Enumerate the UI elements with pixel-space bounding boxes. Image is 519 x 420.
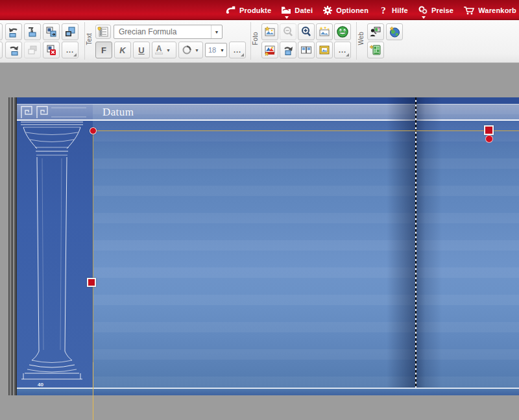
greek-column-panel [17,104,93,388]
send-to-back-icon [64,25,77,38]
photo-frame-button[interactable] [316,42,333,58]
question-icon: ? [378,5,389,16]
menu-label: Preise [431,6,453,14]
smiley-button[interactable] [334,23,351,40]
corner-arrow-icon [73,53,77,56]
more-edit-button[interactable]: ... [62,42,78,58]
chevron-down-icon [285,16,289,19]
photo-effects-button[interactable] [261,42,278,58]
font-size-combobox[interactable]: 18 ▼ [205,43,227,57]
bold-button[interactable]: F [95,42,112,58]
italic-label: K [119,45,125,55]
font-list-icon [97,27,109,37]
zoom-out-photo-button[interactable] [280,23,296,40]
duplicate-button[interactable] [24,42,41,58]
page-top-strip [17,97,519,104]
text-group-label: Text [86,38,93,45]
globe-icon [388,25,401,38]
menu-item-hilfe[interactable]: ? Hilfe [378,0,408,20]
webcam-button[interactable] [367,23,384,40]
text-effect-dropdown-arrow[interactable]: ▼ [195,48,199,53]
more-text-label: ... [234,47,241,53]
selection-handle-top-left[interactable] [90,127,97,134]
selection-outline-top [93,130,519,131]
web-globe-button[interactable] [386,23,403,40]
paste-object-button[interactable] [24,23,41,40]
menu-item-produkte[interactable]: Produkte [226,0,271,20]
more-edit-label: ... [66,47,74,53]
zoom-in-icon [300,25,313,38]
text-effect-button[interactable]: ▼ [178,42,203,58]
more-foto-button[interactable]: ... [334,42,351,58]
color-wheel-icon [182,45,191,55]
calendar-header-title[interactable]: Datum [103,105,134,119]
menubar: Produkte Datei [0,0,519,20]
delete-icon [45,43,58,56]
more-foto-label: ... [339,47,346,53]
more-text-button[interactable]: ... [229,42,246,58]
menu-item-optionen[interactable]: Optionen [322,0,368,20]
greek-key-pattern-icon [20,105,88,119]
menu-item-preise[interactable]: Preise [418,0,453,20]
zoom-in-photo-button[interactable] [298,23,315,40]
selection-handle-top-middle[interactable] [484,125,494,135]
menu-label: Datei [295,6,313,14]
enhance-photo-button[interactable] [316,23,333,40]
menu-label: Produkte [239,6,271,14]
workspace: Datum 40 [0,63,519,420]
font-size-dropdown-arrow[interactable]: ▼ [218,43,226,56]
menu-item-datei[interactable]: Datei [281,0,313,20]
zoom-out-icon [282,25,295,38]
gear-icon [322,5,333,16]
menu-item-warenkorb[interactable]: Warenkorb [463,0,516,20]
foto-group-label: Foto [252,38,259,45]
redo-button[interactable] [5,42,22,58]
selection-outline-left [93,130,93,420]
menu-label: Warenkorb [478,6,516,14]
font-color-icon: A [155,45,163,55]
bring-to-front-icon [45,25,58,38]
svg-text:?: ? [381,5,386,16]
page-number: 40 [38,382,43,388]
add-photo-button[interactable] [261,23,278,40]
selection-rotate-handle[interactable] [485,135,493,143]
photo-book-editor-window: Produkte Datei [0,0,519,420]
font-family-value: Grecian Formula [114,27,211,36]
photo-split-button[interactable] [298,42,315,58]
web-upload-icon [369,43,382,56]
rotate-photo-button[interactable] [280,42,296,58]
two-photos-icon [300,43,313,56]
undo-button[interactable] [5,23,22,40]
font-manager-button[interactable] [95,25,111,39]
greek-column-illustration [17,121,93,380]
underline-button[interactable]: U [133,42,150,58]
delete-button[interactable] [43,42,60,58]
font-color-dropdown-arrow[interactable]: ▼ [166,48,171,53]
pipe-icon [226,5,236,16]
font-color-button[interactable]: A ▼ [152,42,176,58]
enhance-photo-icon [318,25,331,38]
clipped-edit-button[interactable] [0,23,3,40]
send-to-back-button[interactable] [62,23,78,40]
coins-icon [418,5,428,16]
paste-object-icon [26,25,39,38]
selection-handle-middle-left[interactable] [87,278,96,287]
web-upload-button[interactable] [367,42,384,58]
calendar-header-band[interactable]: Datum [17,104,519,121]
calendar-page[interactable]: Datum 40 [8,97,519,395]
bring-to-front-button[interactable] [43,23,60,40]
toolbar: ... Text Grecian Formula ▼ F [0,20,519,63]
webcam-icon [369,25,382,38]
font-family-combobox[interactable]: Grecian Formula ▼ [114,25,223,39]
menu-label: Optionen [336,6,368,14]
italic-button[interactable]: K [114,42,131,58]
smiley-icon [336,25,349,38]
clipped-edit-button-2[interactable] [0,42,3,58]
duplicate-icon [26,43,39,56]
photo-effects-icon [263,43,276,56]
chevron-down-icon [422,16,426,19]
page-fold-shadow [387,97,442,395]
rotate-icon [282,43,295,56]
book-spine [8,97,17,395]
font-family-dropdown-arrow[interactable]: ▼ [211,25,222,38]
